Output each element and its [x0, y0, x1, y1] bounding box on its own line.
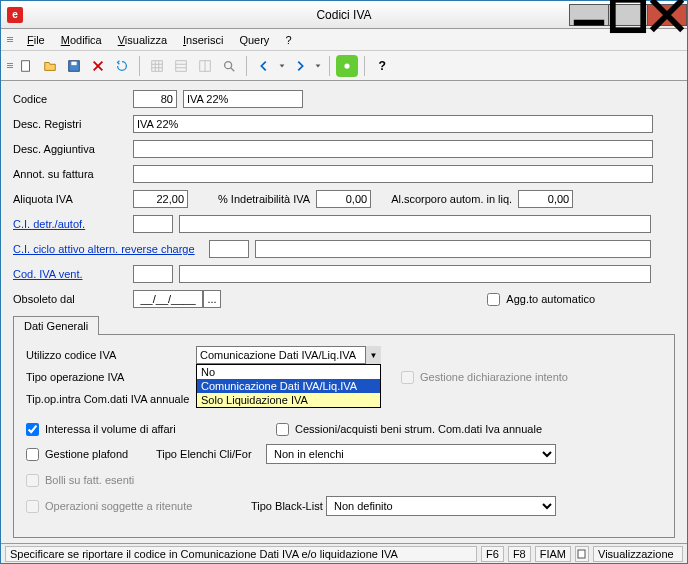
label-desc-aggiuntiva: Desc. Aggiuntiva: [13, 143, 133, 155]
utilizzo-codice-dropdown: No Comunicazione Dati IVA/Liq.IVA Solo L…: [196, 364, 381, 408]
svg-rect-9: [152, 60, 163, 71]
link-cod-iva-vent[interactable]: Cod. IVA vent.: [13, 268, 133, 280]
toolbar: ?: [1, 51, 687, 81]
menu-query[interactable]: Query: [233, 32, 275, 48]
grid-button-1[interactable]: [146, 55, 168, 77]
back-dropdown[interactable]: [277, 55, 287, 77]
annot-fattura-field[interactable]: [133, 165, 653, 183]
form-area: Codice Desc. Registri Desc. Aggiuntiva A…: [1, 81, 687, 543]
grid-button-3[interactable]: [194, 55, 216, 77]
label-pct-indetraibilita: % Indetraibilità IVA: [218, 193, 310, 205]
gestione-dichiarazione-label: Gestione dichiarazione intento: [420, 371, 568, 383]
toolbar-grip: [7, 63, 13, 68]
utilizzo-codice-dropdown-icon[interactable]: ▼: [365, 346, 381, 364]
page-icon: [577, 549, 587, 559]
cessioni-acquisti-checkbox[interactable]: Cessioni/acquisti beni strum. Com.dati I…: [276, 423, 542, 436]
status-f6: F6: [481, 546, 504, 562]
menu-modifica[interactable]: Modifica: [55, 32, 108, 48]
gestione-dichiarazione-checkbox: Gestione dichiarazione intento: [401, 371, 568, 384]
svg-rect-1: [613, 0, 643, 30]
tabpanel-dati-generali: Utilizzo codice IVA ▼ No Comunicazione D…: [13, 335, 675, 538]
utilizzo-codice-combo[interactable]: ▼ No Comunicazione Dati IVA/Liq.IVA Solo…: [196, 346, 381, 364]
link-ci-detr[interactable]: C.I. detr./autof.: [13, 218, 133, 230]
svg-line-20: [231, 67, 235, 71]
operazioni-ritenute-checkbox: Operazioni soggette a ritenute: [26, 500, 251, 513]
svg-rect-6: [71, 61, 76, 65]
ci-detr-field[interactable]: [133, 215, 173, 233]
new-button[interactable]: [15, 55, 37, 77]
tipo-blacklist-combo[interactable]: Non definito: [326, 496, 556, 516]
interessa-volume-input[interactable]: [26, 423, 39, 436]
save-button[interactable]: [63, 55, 85, 77]
al-scorporo-field[interactable]: [518, 190, 573, 208]
menu-help[interactable]: ?: [279, 32, 297, 48]
ci-ciclo-field[interactable]: [209, 240, 249, 258]
menu-file[interactable]: File: [21, 32, 51, 48]
menu-visualizza[interactable]: Visualizza: [112, 32, 173, 48]
forward-dropdown[interactable]: [313, 55, 323, 77]
label-obsoleto-dal: Obsoleto dal: [13, 293, 133, 305]
label-codice: Codice: [13, 93, 133, 105]
tipo-elenchi-combo[interactable]: Non in elenchi: [266, 444, 556, 464]
bolli-input: [26, 474, 39, 487]
aggto-automatico-label: Agg.to automatico: [506, 293, 595, 305]
bolli-checkbox: Bolli su fatt. esenti: [26, 474, 134, 487]
ci-detr-desc-field: [179, 215, 651, 233]
status-hint: Specificare se riportare il codice in Co…: [5, 546, 477, 562]
svg-point-21: [344, 63, 349, 68]
grid-button-2[interactable]: [170, 55, 192, 77]
pct-indetraibilita-field[interactable]: [316, 190, 371, 208]
aggto-automatico-input[interactable]: [487, 293, 500, 306]
app-icon: e: [7, 7, 23, 23]
svg-text:?: ?: [379, 59, 386, 73]
desc-registri-field[interactable]: [133, 115, 653, 133]
obsoleto-dal-picker[interactable]: ...: [203, 290, 221, 308]
undo-button[interactable]: [111, 55, 133, 77]
green-action-button[interactable]: [336, 55, 358, 77]
menu-grip: [7, 37, 13, 42]
operazioni-ritenute-label: Operazioni soggette a ritenute: [45, 500, 192, 512]
find-button[interactable]: [218, 55, 240, 77]
gestione-plafond-checkbox[interactable]: Gestione plafond: [26, 448, 156, 461]
minimize-button[interactable]: [569, 4, 609, 26]
gestione-plafond-input[interactable]: [26, 448, 39, 461]
codice-desc-field[interactable]: [183, 90, 303, 108]
gestione-plafond-label: Gestione plafond: [45, 448, 128, 460]
status-fiam: FIAM: [535, 546, 571, 562]
help-button[interactable]: ?: [371, 55, 393, 77]
forward-button[interactable]: [289, 55, 311, 77]
label-utilizzo-codice: Utilizzo codice IVA: [26, 349, 196, 361]
close-button[interactable]: [647, 4, 687, 26]
utilizzo-codice-value[interactable]: [196, 346, 381, 364]
label-aliquota-iva: Aliquota IVA: [13, 193, 133, 205]
menu-inserisci[interactable]: Inserisci: [177, 32, 229, 48]
codice-field[interactable]: [133, 90, 177, 108]
maximize-button[interactable]: [608, 4, 648, 26]
interessa-volume-checkbox[interactable]: Interessa il volume di affari: [26, 423, 276, 436]
utilizzo-option-solo[interactable]: Solo Liquidazione IVA: [197, 393, 380, 407]
desc-aggiuntiva-field[interactable]: [133, 140, 653, 158]
utilizzo-option-no[interactable]: No: [197, 365, 380, 379]
back-button[interactable]: [253, 55, 275, 77]
tab-container: Dati Generali Utilizzo codice IVA ▼ No C…: [13, 315, 675, 538]
link-ci-ciclo[interactable]: C.I. ciclo attivo altern. reverse charge: [13, 243, 209, 255]
svg-rect-4: [22, 60, 30, 71]
tab-dati-generali[interactable]: Dati Generali: [13, 316, 99, 335]
cessioni-acquisti-label: Cessioni/acquisti beni strum. Com.dati I…: [295, 423, 542, 435]
aliquota-iva-field[interactable]: [133, 190, 188, 208]
toolbar-sep-2: [246, 56, 247, 76]
open-button[interactable]: [39, 55, 61, 77]
cessioni-acquisti-input[interactable]: [276, 423, 289, 436]
delete-button[interactable]: [87, 55, 109, 77]
aggto-automatico-checkbox[interactable]: Agg.to automatico: [487, 293, 595, 306]
utilizzo-option-com[interactable]: Comunicazione Dati IVA/Liq.IVA: [197, 379, 380, 393]
svg-rect-14: [176, 60, 187, 71]
obsoleto-dal-field[interactable]: [133, 290, 203, 308]
bolli-label: Bolli su fatt. esenti: [45, 474, 134, 486]
svg-rect-23: [578, 550, 585, 558]
label-tipo-elenchi: Tipo Elenchi Cli/For: [156, 448, 266, 460]
cod-iva-vent-field[interactable]: [133, 265, 173, 283]
toolbar-sep-1: [139, 56, 140, 76]
label-tipo-operazione: Tipo operazione IVA: [26, 371, 196, 383]
label-tip-op-intra: Tip.op.intra Com.dati IVA annuale: [26, 393, 196, 405]
